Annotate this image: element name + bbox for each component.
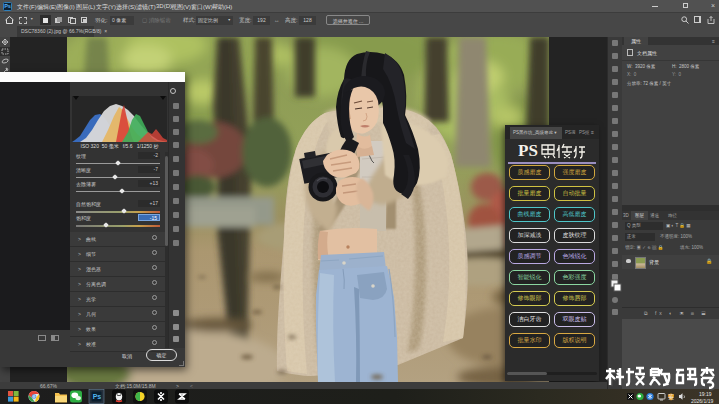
svg-text:2026/1/19: 2026/1/19 [691, 398, 713, 404]
svg-text:英: 英 [668, 393, 674, 401]
svg-text:PS: PS [518, 141, 538, 160]
svg-text:Ps: Ps [93, 393, 102, 400]
